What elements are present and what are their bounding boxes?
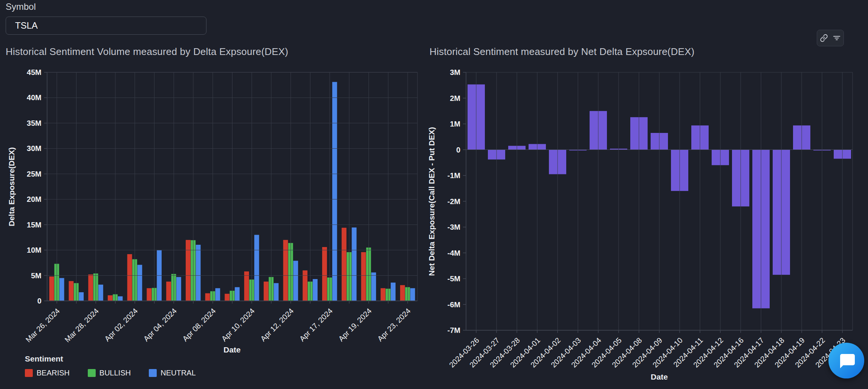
legend-title: Sentiment	[25, 354, 196, 363]
sentiment-legend: Sentiment BEARISHBULLISHNEUTRAL	[25, 354, 196, 377]
net-dex-y-axis-title: Net Delta Exposure(Call DEX - Put DEX)	[427, 127, 436, 276]
y-tick-label: 3M	[450, 68, 460, 76]
y-tick-label: -3M	[448, 223, 460, 231]
legend-item-bullish[interactable]: BULLISH	[88, 369, 131, 377]
chat-bubble-icon	[838, 352, 855, 369]
legend-swatch-neutral	[149, 369, 157, 377]
legend-item-bearish[interactable]: BEARISH	[25, 369, 70, 377]
y-tick-label: -1M	[448, 171, 460, 180]
y-tick-label: -7M	[448, 326, 460, 334]
y-tick-label: -2M	[448, 197, 460, 206]
y-tick-label: 0	[456, 146, 460, 154]
y-tick-label: 2M	[450, 94, 460, 102]
net-dex-chart: 2024-04-232024-04-222024-04-192024-04-18…	[0, 0, 868, 389]
legend-swatch-bearish	[25, 369, 33, 377]
legend-label: BEARISH	[37, 369, 70, 377]
y-tick-label: -4M	[448, 249, 460, 257]
chat-button[interactable]	[828, 343, 864, 378]
legend-label: NEUTRAL	[160, 369, 196, 377]
net-dex-x-axis-title: Date	[651, 372, 668, 381]
legend-label: BULLISH	[99, 369, 131, 377]
y-tick-label: 1M	[450, 120, 460, 128]
legend-item-neutral[interactable]: NEUTRAL	[149, 369, 196, 377]
legend-swatch-bullish	[88, 369, 96, 377]
y-tick-label: -6M	[448, 301, 460, 309]
y-tick-label: -5M	[448, 275, 460, 283]
